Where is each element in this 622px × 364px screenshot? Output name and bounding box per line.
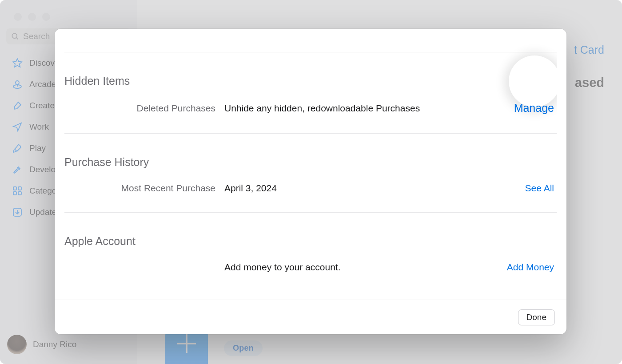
sidebar-item-label: Arcade [29, 79, 56, 89]
svg-rect-7 [18, 187, 21, 190]
row-value: April 3, 2024 [224, 183, 516, 194]
svg-line-1 [16, 38, 18, 40]
zoom-dot-icon[interactable] [42, 13, 50, 21]
profile-row[interactable]: Danny Rico [7, 335, 76, 354]
grid-icon [12, 185, 23, 197]
sidebar-item-label: Create [29, 101, 55, 111]
minimize-dot-icon[interactable] [28, 13, 36, 21]
account-settings-modal: Hidden Items Deleted Purchases Unhide an… [55, 29, 566, 334]
hammer-app-icon [174, 331, 199, 356]
row-value: Unhide any hidden, redownloadable Purcha… [224, 103, 505, 114]
svg-rect-9 [18, 192, 21, 195]
paintbrush-icon [12, 100, 23, 111]
avatar [7, 335, 27, 354]
row-label: Deleted Purchases [64, 103, 215, 114]
sidebar-item-label: Play [29, 143, 46, 153]
arcade-icon [12, 79, 23, 90]
manage-link[interactable]: Manage [514, 102, 557, 115]
section-heading: Hidden Items [64, 75, 557, 87]
gift-card-link[interactable]: t Card [574, 44, 604, 56]
window-controls[interactable] [14, 13, 50, 21]
section-apple-account: Apple Account Add money to your account.… [64, 213, 557, 291]
search-icon [11, 32, 20, 41]
row-value: Add money to your account. [224, 262, 498, 273]
hammer-icon [12, 164, 23, 175]
done-button[interactable]: Done [518, 309, 555, 325]
section-heading: Purchase History [64, 156, 557, 169]
close-dot-icon[interactable] [14, 13, 22, 21]
svg-rect-8 [13, 192, 16, 195]
download-icon [12, 206, 23, 218]
section-hidden-items: Hidden Items Deleted Purchases Unhide an… [64, 52, 557, 134]
open-button[interactable]: Open [224, 340, 263, 356]
section-heading: Apple Account [64, 235, 557, 248]
add-money-link[interactable]: Add Money [507, 262, 557, 273]
svg-point-4 [16, 81, 19, 84]
section-purchase-history: Purchase History Most Recent Purchase Ap… [64, 134, 557, 213]
star-icon [12, 57, 23, 69]
app-store-window: Discover Arcade Create Work Play Develop… [0, 0, 622, 364]
modal-footer: Done [55, 300, 566, 334]
paperplane-icon [12, 121, 23, 133]
row-label: Most Recent Purchase [64, 183, 215, 194]
svg-rect-6 [13, 187, 16, 190]
svg-point-0 [12, 33, 17, 38]
svg-marker-2 [13, 59, 22, 67]
sidebar-item-label: Work [29, 122, 49, 132]
rocket-icon [12, 142, 23, 154]
see-all-link[interactable]: See All [525, 183, 557, 194]
purchased-heading: ased [575, 75, 604, 90]
profile-name: Danny Rico [33, 340, 76, 349]
